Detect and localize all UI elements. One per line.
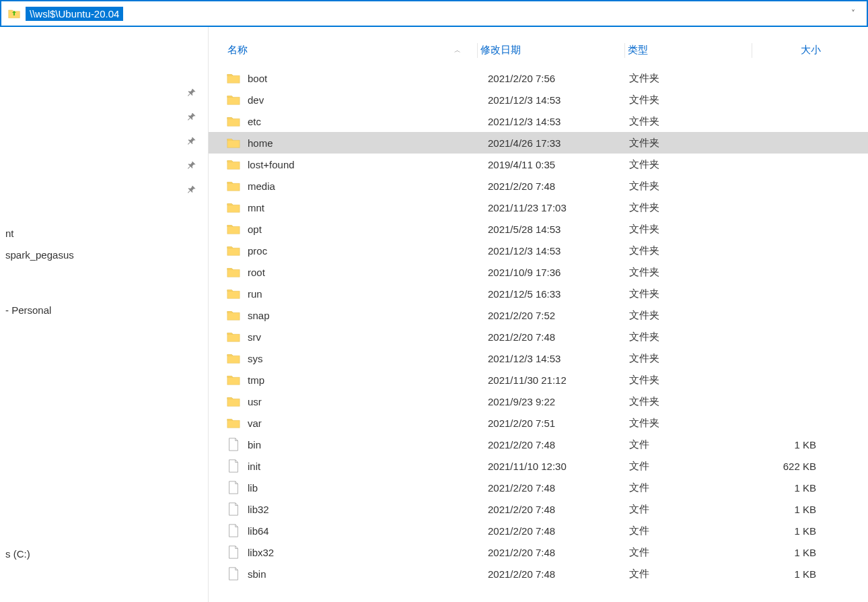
file-row[interactable]: lib322021/2/20 7:48文件1 KB bbox=[209, 498, 868, 520]
file-name: run bbox=[248, 288, 488, 300]
folder-icon bbox=[226, 415, 241, 430]
column-header-date[interactable]: 修改日期 bbox=[480, 44, 622, 57]
file-date: 2021/2/20 7:48 bbox=[488, 504, 629, 515]
file-row[interactable]: srv2021/2/20 7:48文件夹 bbox=[209, 326, 868, 347]
folder-icon bbox=[226, 394, 241, 409]
file-type: 文件 bbox=[629, 503, 750, 516]
file-name: mnt bbox=[248, 202, 488, 213]
file-name: boot bbox=[248, 73, 488, 84]
file-type: 文件 bbox=[629, 525, 750, 537]
file-row[interactable]: dev2021/12/3 14:53文件夹 bbox=[209, 89, 868, 110]
file-name: sys bbox=[248, 353, 488, 364]
file-date: 2021/2/20 7:48 bbox=[488, 525, 629, 537]
file-row[interactable]: home2021/4/26 17:33文件夹 bbox=[209, 132, 868, 154]
file-row[interactable]: lib642021/2/20 7:48文件1 KB bbox=[209, 520, 868, 541]
file-size: 1 KB bbox=[750, 525, 824, 537]
file-name: etc bbox=[248, 116, 488, 127]
file-type: 文件夹 bbox=[629, 72, 750, 85]
folder-icon bbox=[226, 308, 241, 323]
column-header-size[interactable]: 大小 bbox=[755, 44, 829, 57]
sidebar-item[interactable]: s (C:) bbox=[0, 543, 208, 564]
file-row[interactable]: mnt2021/11/23 17:03文件夹 bbox=[209, 197, 868, 218]
file-date: 2021/11/23 17:03 bbox=[488, 202, 629, 213]
file-type: 文件夹 bbox=[629, 352, 750, 365]
file-type: 文件 bbox=[629, 568, 750, 580]
file-type: 文件夹 bbox=[629, 288, 750, 300]
file-row[interactable]: libx322021/2/20 7:48文件1 KB bbox=[209, 541, 868, 563]
file-row[interactable]: var2021/2/20 7:51文件夹 bbox=[209, 412, 868, 434]
file-date: 2021/11/30 21:12 bbox=[488, 374, 629, 386]
file-row[interactable]: etc2021/12/3 14:53文件夹 bbox=[209, 110, 868, 132]
file-date: 2021/2/20 7:48 bbox=[488, 568, 629, 580]
file-type: 文件夹 bbox=[629, 309, 750, 322]
file-date: 2021/12/3 14:53 bbox=[488, 94, 629, 106]
file-size: 1 KB bbox=[750, 439, 824, 450]
file-row[interactable]: sbin2021/2/20 7:48文件1 KB bbox=[209, 563, 868, 584]
file-name: lost+found bbox=[248, 159, 488, 170]
sidebar-item[interactable]: spark_pegasus bbox=[0, 244, 208, 265]
file-row[interactable]: sys2021/12/3 14:53文件夹 bbox=[209, 347, 868, 369]
file-date: 2021/12/3 14:53 bbox=[488, 353, 629, 364]
file-row[interactable]: bin2021/2/20 7:48文件1 KB bbox=[209, 434, 868, 455]
file-type: 文件夹 bbox=[629, 244, 750, 257]
column-headers: 名称 ︿ 修改日期 类型 大小 bbox=[209, 27, 868, 67]
file-icon bbox=[226, 437, 241, 452]
file-name: home bbox=[248, 137, 488, 149]
file-row[interactable]: lib2021/2/20 7:48文件1 KB bbox=[209, 477, 868, 498]
file-row[interactable]: media2021/2/20 7:48文件夹 bbox=[209, 175, 868, 197]
file-type: 文件夹 bbox=[629, 180, 750, 193]
file-row[interactable]: tmp2021/11/30 21:12文件夹 bbox=[209, 369, 868, 391]
file-date: 2021/11/10 12:30 bbox=[488, 461, 629, 472]
pin-icon bbox=[186, 112, 197, 123]
file-name: bin bbox=[248, 439, 488, 450]
file-row[interactable]: boot2021/2/20 7:56文件夹 bbox=[209, 67, 868, 89]
file-type: 文件夹 bbox=[629, 374, 750, 387]
file-row[interactable]: root2021/10/9 17:36文件夹 bbox=[209, 261, 868, 283]
file-row[interactable]: usr2021/9/23 9:22文件夹 bbox=[209, 391, 868, 412]
file-list-pane: 名称 ︿ 修改日期 类型 大小 boot2021/2/20 7:56文件夹dev… bbox=[209, 27, 868, 602]
file-row[interactable]: snap2021/2/20 7:52文件夹 bbox=[209, 304, 868, 326]
pin-icon bbox=[186, 185, 197, 195]
chevron-down-icon[interactable]: ˅ bbox=[846, 9, 860, 18]
file-date: 2021/12/3 14:53 bbox=[488, 245, 629, 257]
file-type: 文件 bbox=[629, 438, 750, 451]
pin-icon bbox=[186, 160, 197, 171]
file-name: srv bbox=[248, 331, 488, 343]
sidebar-item[interactable]: nt bbox=[0, 222, 208, 244]
folder-icon bbox=[226, 178, 241, 193]
address-bar[interactable]: \\wsl$\Ubuntu-20.04 ˅ bbox=[0, 0, 868, 27]
file-name: media bbox=[248, 180, 488, 192]
file-row[interactable]: init2021/11/10 12:30文件622 KB bbox=[209, 455, 868, 477]
folder-icon bbox=[226, 92, 241, 107]
file-name: usr bbox=[248, 396, 488, 407]
file-date: 2021/2/20 7:48 bbox=[488, 180, 629, 192]
file-icon bbox=[226, 459, 241, 473]
file-type: 文件 bbox=[629, 460, 750, 473]
file-row[interactable]: run2021/12/5 16:33文件夹 bbox=[209, 283, 868, 304]
file-type: 文件夹 bbox=[629, 94, 750, 106]
folder-icon bbox=[226, 243, 241, 258]
file-name: lib32 bbox=[248, 504, 488, 515]
file-date: 2021/2/20 7:48 bbox=[488, 482, 629, 494]
file-name: lib64 bbox=[248, 525, 488, 537]
address-path[interactable]: \\wsl$\Ubuntu-20.04 bbox=[26, 7, 123, 21]
sort-indicator-icon: ︿ bbox=[454, 46, 461, 55]
file-row[interactable]: proc2021/12/3 14:53文件夹 bbox=[209, 240, 868, 261]
file-size: 1 KB bbox=[750, 568, 824, 580]
file-type: 文件夹 bbox=[629, 395, 750, 408]
column-header-type[interactable]: 类型 bbox=[628, 44, 749, 57]
file-icon bbox=[226, 566, 241, 581]
file-row[interactable]: opt2021/5/28 14:53文件夹 bbox=[209, 218, 868, 240]
file-type: 文件夹 bbox=[629, 158, 750, 171]
file-date: 2021/2/20 7:48 bbox=[488, 547, 629, 558]
file-date: 2021/2/20 7:52 bbox=[488, 310, 629, 321]
file-name: proc bbox=[248, 245, 488, 257]
folder-icon bbox=[226, 372, 241, 387]
file-name: init bbox=[248, 461, 488, 472]
column-header-name[interactable]: 名称 ︿ bbox=[209, 44, 474, 57]
file-row[interactable]: lost+found2019/4/11 0:35文件夹 bbox=[209, 154, 868, 175]
pin-icon bbox=[186, 136, 197, 147]
sidebar-item[interactable]: - Personal bbox=[0, 299, 208, 321]
file-type: 文件夹 bbox=[629, 137, 750, 149]
file-date: 2021/9/23 9:22 bbox=[488, 396, 629, 407]
